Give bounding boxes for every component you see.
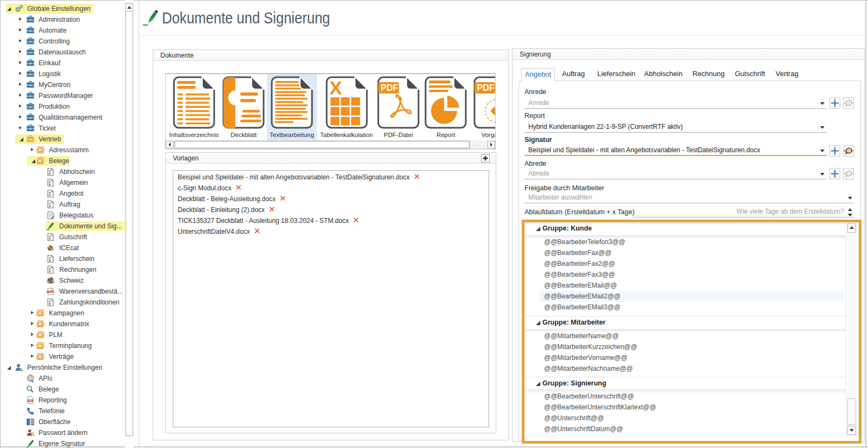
svg-text:PDF: PDF [28, 399, 33, 402]
svg-text:X: X [329, 77, 342, 98]
svg-text:PDF: PDF [477, 83, 495, 92]
svg-text:PDF: PDF [380, 83, 398, 92]
